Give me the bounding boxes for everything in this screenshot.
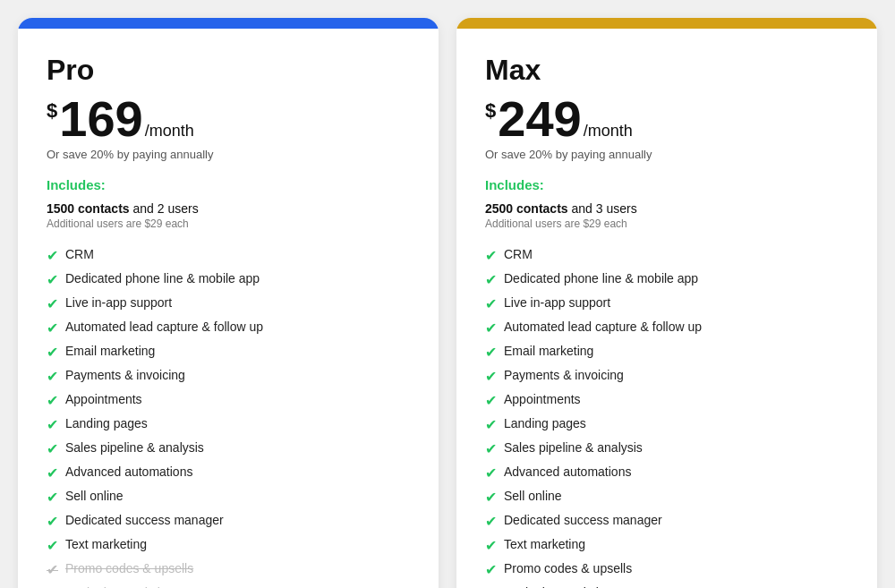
check-icon: ✔ [47,392,58,409]
price-amount: 249 [498,94,581,144]
feature-item: ✔Sales pipeline & analysis [47,439,410,457]
contacts-count: 1500 contacts [47,201,130,216]
check-icon: ✔ [47,464,58,481]
feature-item: ✔Appointments [47,391,410,409]
feature-text: Automated lead capture & follow up [65,319,263,337]
price-period: /month [145,122,194,141]
includes-label: Includes: [47,177,410,192]
feature-item: ✔Advanced automations [485,464,848,481]
feature-item: ✔Text marketing [485,536,848,554]
feature-item: ✔Payments & invoicing [485,367,848,385]
feature-text: Sell online [65,488,124,506]
feature-text: Appointments [65,391,142,409]
feature-item: ✔CRM [47,246,410,264]
feature-item: ✔Advanced automations [47,464,410,481]
check-icon: ✔ [47,320,58,337]
check-icon: ✔ [47,416,58,433]
feature-item: ✔Marketing analytics [47,584,410,588]
feature-item: ✔Landing pages [47,415,410,433]
feature-list: ✔CRM✔Dedicated phone line & mobile app✔L… [47,246,410,588]
feature-text: Landing pages [65,415,148,433]
contacts-row: 1500 contacts and 2 users [47,201,410,216]
check-icon: ✔ [485,247,497,264]
feature-text: Email marketing [504,343,593,361]
check-icon: ✔ [485,392,497,409]
feature-text: Promo codes & upsells [504,560,632,578]
plan-header-bar-max [456,18,877,29]
additional-users: Additional users are $29 each [47,217,410,230]
feature-text: Email marketing [65,343,155,361]
feature-text: Sell online [504,488,562,506]
check-icon: ✔ [485,440,497,457]
feature-item: ✔Automated lead capture & follow up [485,319,848,337]
plan-header-bar-pro [18,18,439,29]
feature-text: Advanced automations [504,464,631,481]
feature-text: Marketing analytics [504,584,611,588]
feature-item: ✔Dedicated phone line & mobile app [485,270,848,288]
feature-text: Payments & invoicing [65,367,185,385]
check-icon: ✔ [485,537,497,554]
feature-text: Text marketing [65,536,147,554]
check-icon: ✔ [485,271,497,288]
feature-text: Sales pipeline & analysis [504,439,643,457]
plan-name: Pro [47,54,410,87]
feature-text: CRM [65,246,94,264]
feature-text: Dedicated phone line & mobile app [504,270,698,288]
price-annual: Or save 20% by paying annually [485,148,848,161]
check-icon: ✔ [485,368,497,385]
feature-text: Live in-app support [65,294,172,312]
feature-text: Sales pipeline & analysis [65,439,204,457]
plan-card-max: Max$249/monthOr save 20% by paying annua… [456,18,877,588]
feature-item: ✔Appointments [485,391,848,409]
feature-text: Landing pages [504,415,586,433]
feature-text: Payments & invoicing [504,367,624,385]
feature-item: ✔Promo codes & upsells [47,560,410,578]
feature-item: ✔Dedicated success manager [485,512,848,530]
feature-text: Dedicated success manager [504,512,662,530]
feature-item: ✔Live in-app support [485,294,848,312]
feature-item: ✔Automated lead capture & follow up [47,319,410,337]
plan-card-pro: Pro$169/monthOr save 20% by paying annua… [18,18,439,588]
check-icon: ✔ [47,537,58,554]
check-icon: ✔ [485,416,497,433]
check-icon: ✔ [47,561,58,578]
feature-text: Dedicated success manager [65,512,224,530]
check-icon: ✔ [47,271,58,288]
feature-item: ✔Sales pipeline & analysis [485,439,848,457]
plan-name: Max [485,54,848,87]
check-icon: ✔ [485,489,497,506]
price-period: /month [584,122,633,141]
feature-item: ✔Payments & invoicing [47,367,410,385]
plan-body-pro: Pro$169/monthOr save 20% by paying annua… [18,29,439,588]
check-icon: ✔ [485,464,497,481]
check-icon: ✔ [47,247,58,264]
price-dollar: $ [47,99,57,123]
check-icon: ✔ [485,561,497,578]
check-icon: ✔ [47,295,58,312]
check-icon: ✔ [485,344,497,361]
feature-list: ✔CRM✔Dedicated phone line & mobile app✔L… [485,246,848,588]
feature-item: ✔Dedicated phone line & mobile app [47,270,410,288]
check-icon: ✔ [485,320,497,337]
feature-item: ✔Email marketing [485,343,848,361]
check-icon: ✔ [485,295,497,312]
feature-text: Live in-app support [504,294,610,312]
plan-body-max: Max$249/monthOr save 20% by paying annua… [456,29,877,588]
feature-text: CRM [504,246,533,264]
contacts-count: 2500 contacts [485,201,568,216]
feature-text: Marketing analytics [65,584,173,588]
feature-item: ✔Promo codes & upsells [485,560,848,578]
check-icon: ✔ [47,344,58,361]
pricing-container: Pro$169/monthOr save 20% by paying annua… [18,18,877,588]
check-icon: ✔ [47,440,58,457]
check-icon: ✔ [47,368,58,385]
price-row: $169/month [47,94,410,144]
feature-item: ✔CRM [485,246,848,264]
feature-item: ✔Sell online [485,488,848,506]
feature-text: Text marketing [504,536,585,554]
feature-text: Automated lead capture & follow up [504,319,702,337]
price-amount: 169 [59,94,142,144]
feature-item: ✔Dedicated success manager [47,512,410,530]
feature-item: ✔Text marketing [47,536,410,554]
feature-item: ✔Marketing analytics [485,584,848,588]
